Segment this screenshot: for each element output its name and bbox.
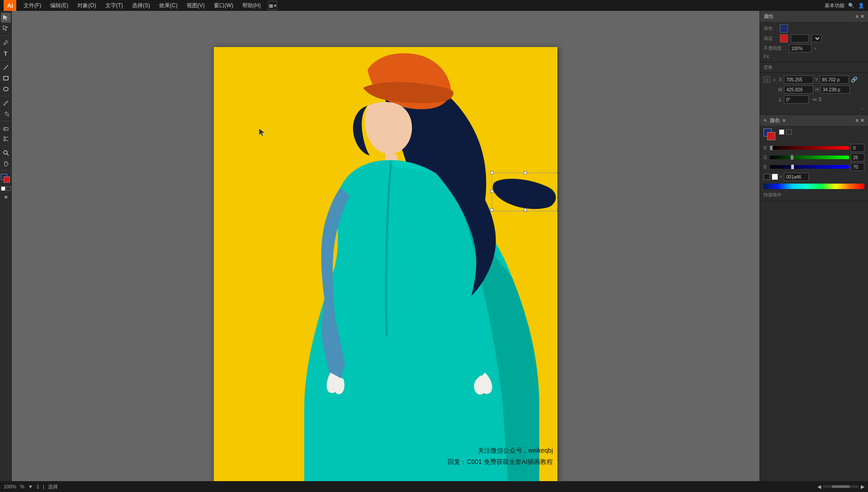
transform-icon1[interactable]: ⊡ — [764, 76, 770, 83]
zoom-tool[interactable] — [1, 148, 11, 158]
b-label: B — [764, 165, 768, 170]
b-value-input[interactable]: 70 — [851, 163, 864, 171]
artwork-canvas[interactable]: 关注微信公众号，weikeqbj 回复：C001 免费获取全套AI插画教程 — [214, 47, 557, 481]
panel-collapse-icon[interactable]: ≡ — [856, 14, 859, 19]
w-input[interactable]: 425.826 — [784, 85, 813, 94]
color-panel-expand-icon[interactable]: ≡ — [783, 118, 785, 123]
g-slider-track[interactable] — [770, 156, 849, 159]
r-value-input[interactable]: 0 — [851, 144, 864, 152]
fill-stroke-selector[interactable] — [764, 128, 776, 141]
svg-line-13 — [7, 154, 9, 156]
scissors-tool[interactable] — [1, 134, 11, 144]
canvas-area[interactable]: 关注微信公众号，weikeqbj 回复：C001 免费获取全套AI插画教程 — [12, 11, 760, 481]
stroke-mode[interactable] — [6, 186, 11, 191]
svg-rect-20 — [524, 208, 527, 211]
line-tool[interactable] — [1, 62, 11, 72]
menu-help[interactable]: 帮助(H) — [239, 1, 264, 10]
user-icon[interactable]: 👤 — [858, 3, 864, 9]
status-separator-1: % — [20, 484, 24, 489]
xy-row: ⊡ ◎ X 705.255 Y 85.702 p 🔗 — [764, 76, 864, 84]
flip-v-icon[interactable]: ⇕ — [818, 96, 822, 103]
pencil-tool[interactable] — [1, 109, 11, 119]
zoom-level[interactable]: 100% — [4, 484, 16, 489]
x-input[interactable]: 705.255 — [784, 76, 813, 84]
menu-window[interactable]: 窗口(W) — [210, 1, 237, 10]
extra-menu[interactable]: ▦ ▾ — [268, 1, 277, 10]
fill-mode[interactable] — [1, 186, 5, 191]
svg-rect-15 — [491, 171, 493, 174]
stroke-color-swatch[interactable] — [780, 34, 788, 43]
direct-selection-tool[interactable] — [1, 24, 11, 33]
none-mode-icon[interactable] — [786, 129, 792, 135]
type-tool[interactable]: T — [1, 48, 11, 58]
menu-file[interactable]: 文件(F) — [20, 1, 45, 10]
opacity-expand[interactable]: › — [814, 45, 816, 52]
flip-h-icon[interactable]: ⇔ — [812, 96, 817, 103]
hex-swatch-black[interactable] — [764, 174, 770, 180]
left-toolbar: T ⊕ — [0, 11, 12, 481]
status-text: 选择 — [48, 483, 58, 490]
h-input[interactable]: 34.238 p — [821, 85, 850, 94]
properties-panel-header[interactable]: 属性 ≡ ✕ — [760, 11, 868, 22]
color-stroke-swatch[interactable] — [767, 132, 775, 140]
properties-title: 属性 — [764, 13, 774, 20]
color-panel-title: 颜色 — [770, 117, 780, 124]
menu-edit[interactable]: 编辑(E) — [47, 1, 72, 10]
y-label: Y — [815, 77, 818, 82]
fill-stroke-swatches[interactable] — [1, 174, 11, 184]
search-icon[interactable]: 🔍 — [848, 3, 854, 9]
status-bar: 100% % ▼ 1 | 选择 ◀ ▶ — [0, 481, 868, 492]
more-tools[interactable]: ⊕ — [4, 194, 8, 200]
horizontal-scrollbar[interactable] — [823, 485, 859, 488]
panel-controls: ≡ ✕ — [856, 14, 864, 19]
scroll-right-icon[interactable]: ▶ — [861, 484, 864, 490]
color-panel-left: ↖ 颜色 ≡ — [764, 117, 785, 124]
angle-input[interactable]: 0° — [784, 95, 809, 104]
panel-close-icon[interactable]: ✕ — [860, 14, 864, 19]
transform-lock[interactable]: 🔗 — [851, 76, 858, 83]
fx-row: FX — [764, 54, 864, 59]
ellipse-tool[interactable] — [1, 84, 11, 94]
menu-text[interactable]: 文字(T) — [102, 1, 127, 10]
opacity-input[interactable]: 100% — [789, 44, 811, 52]
svg-rect-19 — [524, 171, 527, 174]
menu-view[interactable]: 视图(V) — [183, 1, 208, 10]
menu-select[interactable]: 选择(S) — [128, 1, 154, 10]
g-value-input[interactable]: 26 — [851, 153, 864, 161]
svg-rect-5 — [5, 112, 9, 116]
y-input[interactable]: 85.702 p — [820, 76, 849, 84]
paintbrush-tool[interactable] — [1, 98, 11, 108]
g-label: G — [764, 155, 768, 160]
fill-label: 填色 — [764, 25, 777, 32]
opacity-row: 不透明度 100% › — [764, 44, 864, 52]
transform-section: ⊡ ◎ X 705.255 Y 85.702 p 🔗 W 425.826 H 3… — [760, 73, 868, 115]
color-spectrum-bar[interactable] — [764, 184, 864, 189]
zoom-down-icon[interactable]: ▼ — [28, 484, 33, 489]
color-panel-close[interactable]: ✕ — [860, 118, 864, 123]
solid-mode-icon[interactable] — [779, 129, 784, 135]
eraser-tool[interactable] — [1, 123, 11, 133]
transform-icon2[interactable]: ◎ — [771, 76, 777, 83]
rect-tool[interactable] — [1, 73, 11, 83]
r-slider-track[interactable] — [770, 146, 849, 150]
color-panel-header[interactable]: ↖ 颜色 ≡ ≡ ✕ — [760, 115, 868, 126]
toolbar-separator-2 — [1, 60, 10, 61]
hex-swatch-white[interactable] — [772, 174, 778, 180]
pen-tool[interactable] — [1, 38, 11, 47]
scroll-left-icon[interactable]: ◀ — [817, 484, 821, 490]
stroke-type-select[interactable] — [811, 34, 821, 43]
toolbar-separator-6 — [1, 170, 10, 171]
hex-input[interactable]: 001a46 — [784, 173, 809, 181]
fill-color-swatch[interactable] — [780, 24, 788, 33]
w-label: W — [778, 87, 782, 92]
color-panel-collapse[interactable]: ≡ — [856, 118, 859, 123]
transform-more[interactable]: ··· — [764, 105, 864, 112]
b-slider-track[interactable] — [770, 165, 849, 169]
menu-object[interactable]: 对象(O) — [74, 1, 99, 10]
fill-row: 填色 — [764, 24, 864, 33]
stroke-width-input[interactable] — [791, 34, 809, 43]
app-logo: Ai — [4, 0, 16, 11]
hand-tool[interactable] — [1, 159, 11, 169]
selection-tool[interactable] — [1, 13, 11, 23]
menu-effect[interactable]: 效果(C) — [156, 1, 181, 10]
